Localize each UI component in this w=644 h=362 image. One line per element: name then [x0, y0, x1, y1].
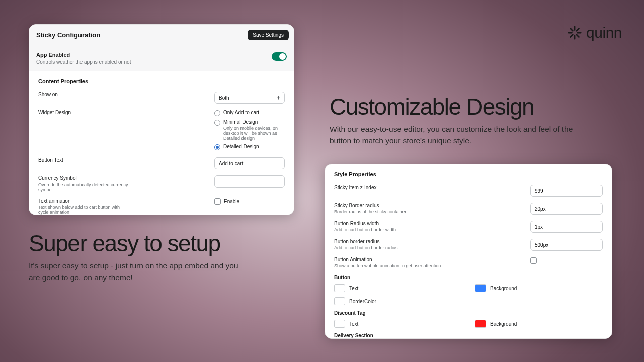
app-enabled-title: App Enabled [36, 52, 287, 58]
marketing-left: Super easy to setup It's super easy to s… [29, 231, 245, 283]
zindex-input[interactable] [530, 185, 603, 197]
zindex-label: Sticky Item z-Index [334, 185, 460, 190]
button-border-radius-input[interactable] [530, 239, 603, 251]
quinn-glyph-icon [567, 25, 582, 40]
marketing-right-title: Customizable Design [330, 95, 596, 119]
delivery-section-title: Delivery Section [334, 333, 603, 338]
text-animation-checkbox[interactable] [214, 198, 221, 205]
show-on-label: Show on [38, 92, 134, 97]
style-properties-panel: Style Properties Sticky Item z-Index Sti… [325, 164, 612, 339]
button-text-row: Button Text [38, 157, 285, 169]
button-radius-width-row: Button Radius width Add to cart button b… [334, 221, 603, 233]
button-background-color-label: Background [490, 286, 517, 291]
discount-text-color-label: Text [349, 321, 358, 327]
app-enabled-desc: Controls weather the app is enabled or n… [36, 59, 287, 65]
button-animation-checkbox[interactable] [530, 257, 537, 264]
radio-detailed-design[interactable]: Detailed Design [214, 144, 285, 150]
marketing-left-body: It's super easy to setup - just turn on … [29, 260, 245, 283]
panel-header: Sticky Configuration Save Settings [29, 25, 294, 45]
button-text-label: Button Text [38, 157, 134, 163]
discount-text-color-swatch[interactable] [334, 320, 345, 328]
button-colors-line-1: Text Background [334, 284, 603, 292]
button-border-color-swatch[interactable] [334, 297, 345, 305]
button-animation-row: Button Animation Show a button wobble an… [334, 257, 603, 268]
widget-design-label: Widget Design [38, 110, 134, 115]
sticky-border-radius-label: Sticky Border radius [334, 203, 460, 208]
radio-only-add-to-cart[interactable]: Only Add to cart [214, 110, 285, 116]
discount-section-title: Discount Tag [334, 310, 603, 316]
chevron-updown-icon: ▲▼ [277, 96, 280, 100]
button-border-radius-row: Button border radius Add to cart button … [334, 239, 603, 251]
content-properties-title: Content Properties [38, 78, 285, 84]
show-on-select[interactable]: Both ▲▼ [214, 92, 285, 104]
button-border-color-label: BorderColor [349, 299, 376, 304]
marketing-right-body: With our easy-to-use editor, you can cus… [330, 124, 596, 146]
svg-line-4 [571, 29, 573, 31]
content-properties-section: Content Properties Show on Both ▲▼ Widge… [29, 71, 294, 215]
radio-icon [214, 120, 220, 126]
button-border-radius-desc: Add to cart button border radius [334, 245, 460, 250]
radio-icon [214, 110, 220, 116]
button-text-color-swatch[interactable] [334, 284, 345, 292]
brand-logo: quinn [567, 24, 622, 41]
button-border-radius-label: Button border radius [334, 239, 460, 244]
widget-design-row: Widget Design Only Add to cart Minimal D… [38, 110, 285, 150]
sticky-border-radius-desc: Border radius of the sticky container [334, 209, 460, 214]
button-animation-desc: Show a button wobble animation to get us… [334, 263, 460, 268]
app-enabled-toggle[interactable] [272, 52, 287, 61]
discount-background-color-swatch[interactable] [475, 320, 486, 328]
currency-symbol-input[interactable] [214, 175, 285, 188]
currency-symbol-desc: Override the automatically detected curr… [38, 182, 129, 192]
button-radius-width-label: Button Radius width [334, 221, 460, 226]
svg-line-6 [577, 29, 579, 31]
currency-symbol-label: Currency Symbol [38, 175, 134, 181]
marketing-right: Customizable Design With our easy-to-use… [330, 95, 596, 146]
button-radius-width-desc: Add to cart button border width [334, 227, 460, 232]
button-text-input[interactable] [214, 157, 285, 169]
button-section-title: Button [334, 275, 603, 280]
text-animation-label: Text animation [38, 198, 134, 204]
text-animation-desc: Text shown below add to cart button with… [38, 205, 129, 215]
button-colors-line-2: BorderColor [334, 297, 603, 305]
button-background-color-swatch[interactable] [475, 284, 486, 292]
button-animation-label: Button Animation [334, 257, 460, 262]
discount-colors-line: Text Background [334, 320, 603, 328]
svg-line-7 [571, 35, 573, 37]
svg-line-5 [577, 35, 579, 37]
sticky-configuration-panel: Sticky Configuration Save Settings App E… [29, 24, 294, 215]
save-settings-button[interactable]: Save Settings [248, 30, 289, 40]
discount-background-color-label: Background [490, 321, 517, 327]
app-enabled-row: App Enabled Controls weather the app is … [29, 45, 294, 71]
sticky-border-radius-input[interactable] [530, 203, 603, 215]
text-animation-row: Text animation Text shown below add to c… [38, 198, 285, 215]
button-radius-width-input[interactable] [530, 221, 603, 233]
widget-design-radio-group: Only Add to cart Minimal Design Only on … [214, 110, 285, 150]
zindex-row: Sticky Item z-Index [334, 185, 603, 197]
radio-minimal-design[interactable]: Minimal Design Only on mobile devices, o… [214, 119, 285, 141]
sticky-border-radius-row: Sticky Border radius Border radius of th… [334, 203, 603, 215]
style-properties-title: Style Properties [334, 171, 603, 177]
currency-symbol-row: Currency Symbol Override the automatical… [38, 175, 285, 192]
show-on-value: Both [219, 95, 229, 101]
brand-name: quinn [586, 24, 622, 41]
radio-icon [214, 144, 220, 150]
button-text-color-label: Text [349, 286, 358, 291]
show-on-row: Show on Both ▲▼ [38, 92, 285, 104]
text-animation-enable-label: Enable [224, 199, 239, 204]
marketing-left-title: Super easy to setup [29, 231, 245, 255]
